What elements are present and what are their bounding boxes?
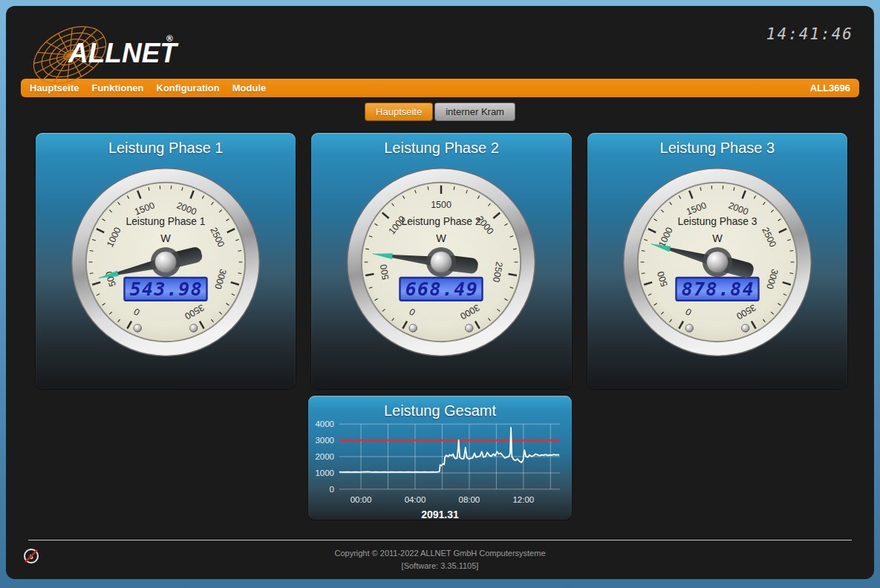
gauge-phase1: 0500100015002000250030003500Leistung Pha… — [66, 163, 265, 362]
chart-title: Leistung Gesamt — [308, 396, 572, 419]
y-tick-label: 2000 — [315, 452, 333, 461]
gauge-panel-phase1: Leistung Phase 1 05001000150020002500300… — [36, 133, 296, 389]
gauge-panels: Leistung Phase 1 05001000150020002500300… — [36, 133, 847, 389]
gauge-dial: 0500100015002000250030003500Leistung Pha… — [618, 163, 817, 362]
menu-item-module[interactable]: Module — [232, 82, 267, 94]
dial-unit: W — [160, 232, 171, 244]
ipv6-disabled-icon: 6 — [22, 547, 40, 565]
panel-title: Leistung Phase 2 — [311, 133, 571, 157]
header: ALLNET ® 14:41:46 — [6, 6, 874, 79]
gauge-dial: 0500100015002000250030003500Leistung Pha… — [66, 163, 265, 362]
x-tick-label: 12:00 — [512, 495, 534, 504]
dial-label: Leistung Phase 2 — [402, 215, 481, 227]
gauge-lcd-value: 543.98 — [130, 278, 203, 300]
chart-canvas: 0100020003000400000:0004:0008:0012:00 — [308, 419, 572, 512]
y-tick-label: 1000 — [315, 468, 333, 477]
total-power-panel: Leistung Gesamt 0100020003000400000:0004… — [308, 396, 572, 520]
needle-hub — [706, 252, 728, 273]
needle-hub — [155, 252, 177, 273]
total-power-chart: 0100020003000400000:0004:0008:0012:00 — [308, 419, 573, 512]
dial-screw — [685, 324, 694, 333]
y-tick-label: 4000 — [315, 419, 333, 428]
total-power-value: 2091.31 — [308, 509, 572, 520]
tab-interner-kram[interactable]: interner Kram — [434, 102, 515, 121]
device-model-label: ALL3696 — [810, 82, 850, 94]
y-tick-label: 0 — [330, 485, 334, 494]
y-tick-label: 3000 — [315, 436, 333, 445]
gauge-phase3: 0500100015002000250030003500Leistung Pha… — [618, 163, 817, 362]
svg-text:1500: 1500 — [431, 200, 452, 210]
gauge-panel-phase2: Leistung Phase 2 05001000150020002500300… — [311, 133, 571, 389]
dial-screw — [134, 324, 142, 333]
gauge-panel-phase3: Leistung Phase 3 05001000150020002500300… — [587, 133, 847, 389]
panel-title: Leistung Phase 3 — [587, 133, 847, 157]
x-tick-label: 08:00 — [459, 495, 480, 504]
copyright-line: Copyright © 2011-2022 ALLNET GmbH Comput… — [6, 547, 874, 560]
dial-screw — [190, 324, 198, 333]
dial-unit: W — [712, 232, 723, 244]
page-content: ALLNET ® 14:41:46 Hauptseite Funktionen … — [6, 6, 874, 579]
gauge-lcd-value: 878.84 — [682, 278, 754, 300]
footer: 6 Copyright © 2011-2022 ALLNET GmbH Comp… — [6, 547, 874, 572]
gauge-dial: 050010001500200025003000Leistung Phase 2… — [342, 163, 541, 362]
gauge-phase2: 050010001500200025003000Leistung Phase 2… — [342, 163, 541, 362]
x-tick-label: 04:00 — [405, 495, 426, 504]
tab-hauptseite[interactable]: Hauptseite — [365, 102, 433, 121]
gauge-lcd-value: 668.49 — [405, 278, 478, 300]
dial-screw — [409, 324, 417, 333]
device-clock: 14:41:46 — [766, 25, 853, 43]
dial-screw — [741, 324, 749, 333]
x-tick-label: 00:00 — [351, 495, 372, 504]
dial-screw — [466, 324, 474, 333]
view-tabs: Hauptseite interner Kram — [6, 102, 874, 121]
dial-unit: W — [437, 232, 447, 244]
dial-label: Leistung Phase 1 — [126, 215, 206, 227]
software-version-line: [Software: 3.35.1105] — [6, 560, 874, 572]
power-series-line — [339, 428, 559, 472]
logo-wordmark: ALLNET — [68, 38, 179, 68]
needle-hub — [431, 252, 452, 273]
registered-mark: ® — [166, 33, 173, 44]
panel-title: Leistung Phase 1 — [36, 133, 296, 157]
footer-divider — [28, 540, 852, 540]
dial-label: Leistung Phase 3 — [677, 215, 757, 227]
allnet-logo[interactable]: ALLNET ® — [27, 15, 183, 89]
